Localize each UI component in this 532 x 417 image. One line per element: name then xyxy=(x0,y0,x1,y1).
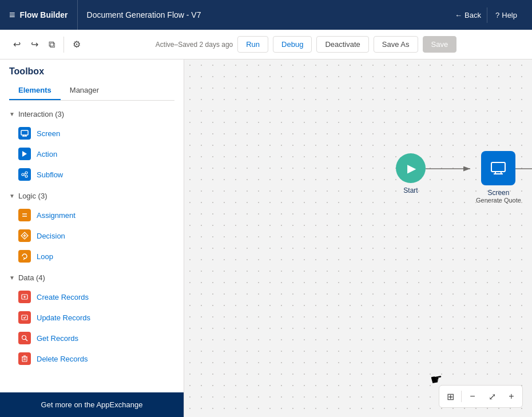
toolbar: ↩ ↪ ⧉ ⚙ Active–Saved 2 days ago Run Debu… xyxy=(0,30,532,59)
category-data-label: Data (4) xyxy=(18,273,45,282)
sidebar-item-update-records[interactable]: Update Records xyxy=(0,307,184,328)
tab-elements[interactable]: Elements xyxy=(9,81,61,100)
canvas-toolbar: ⊞ − ⤢ + xyxy=(439,385,523,408)
assignment-label: Assignment xyxy=(37,211,76,220)
update-records-label: Update Records xyxy=(37,313,90,322)
svg-rect-0 xyxy=(21,130,28,135)
svg-line-8 xyxy=(24,173,25,174)
svg-line-20 xyxy=(26,339,28,341)
screen-node-box[interactable] xyxy=(481,151,515,185)
sidebar-item-delete-records[interactable]: Delete Records xyxy=(0,348,184,369)
sidebar-content: ▼ Interaction (3) Screen Action xyxy=(0,101,184,392)
toolbar-history: ↩ ↪ ⧉ ⚙ xyxy=(9,35,85,54)
flow-builder-label: Flow Builder xyxy=(20,10,68,19)
chevron-logic-icon: ▼ xyxy=(9,193,15,199)
toolbox-title: Toolbox xyxy=(9,66,174,81)
create-records-icon xyxy=(18,291,31,303)
sidebar-item-subflow[interactable]: Subflow xyxy=(0,164,184,185)
category-interaction[interactable]: ▼ Interaction (3) xyxy=(0,105,184,123)
screen-node-label: Screen xyxy=(487,189,509,197)
svg-point-7 xyxy=(25,175,27,177)
redo-button[interactable]: ↪ xyxy=(27,35,42,54)
get-records-label: Get Records xyxy=(37,334,78,343)
top-navigation: ≡ Flow Builder Document Generation Flow … xyxy=(0,0,532,30)
logic-items: Assignment Decision Loop xyxy=(0,205,184,269)
help-button[interactable]: ? Help xyxy=(490,7,523,23)
delete-records-label: Delete Records xyxy=(37,355,88,363)
save-button[interactable]: Save xyxy=(423,36,457,53)
back-arrow-icon: ← xyxy=(455,11,462,19)
interaction-items: Screen Action Subflow xyxy=(0,123,184,187)
appexchange-banner[interactable]: Get more on the AppExchange xyxy=(0,392,184,417)
zoom-in-button[interactable]: + xyxy=(503,388,520,405)
run-button[interactable]: Run xyxy=(237,36,268,53)
action-icon xyxy=(18,148,31,160)
save-as-button[interactable]: Save As xyxy=(374,36,418,53)
sidebar-item-loop[interactable]: Loop xyxy=(0,246,184,267)
save-status: Active–Saved 2 days ago xyxy=(156,41,233,49)
sidebar-item-get-records[interactable]: Get Records xyxy=(0,328,184,348)
start-node-circle[interactable] xyxy=(396,153,426,183)
back-button[interactable]: ← Back xyxy=(449,7,487,23)
loop-label: Loop xyxy=(37,252,53,261)
zoom-out-button[interactable]: − xyxy=(464,388,481,405)
hamburger-icon[interactable]: ≡ xyxy=(9,9,15,21)
copy-button[interactable]: ⧉ xyxy=(45,35,59,54)
settings-button[interactable]: ⚙ xyxy=(69,35,85,54)
nav-brand: ≡ Flow Builder xyxy=(0,0,78,30)
update-records-icon xyxy=(18,311,31,324)
sidebar: Toolbox Elements Manager ▼ Interaction (… xyxy=(0,59,184,417)
svg-marker-4 xyxy=(22,151,27,157)
sidebar-item-decision[interactable]: Decision xyxy=(0,225,184,246)
action-label: Action xyxy=(37,150,57,158)
tab-manager[interactable]: Manager xyxy=(61,81,108,100)
start-node-label: Start xyxy=(403,186,418,194)
category-logic[interactable]: ▼ Logic (3) xyxy=(0,187,184,205)
document-title: Document Generation Flow - V7 xyxy=(87,10,201,19)
sidebar-header: Toolbox Elements Manager xyxy=(0,59,184,101)
sidebar-item-action[interactable]: Action xyxy=(0,144,184,164)
delete-records-icon xyxy=(18,352,31,365)
screen-label: Screen xyxy=(37,129,60,138)
screen-node[interactable]: Screen Generate Quote xyxy=(476,151,521,204)
category-data[interactable]: ▼ Data (4) xyxy=(0,269,184,287)
loop-icon xyxy=(18,250,31,263)
svg-rect-34 xyxy=(491,162,505,172)
decision-label: Decision xyxy=(37,232,65,240)
sidebar-item-screen[interactable]: Screen xyxy=(0,123,184,144)
create-records-label: Create Records xyxy=(37,293,89,301)
fit-icon-button[interactable]: ⊞ xyxy=(442,388,459,405)
nav-actions: ← Back ? Help xyxy=(440,7,532,23)
toolbar-status: Active–Saved 2 days ago Run Debug Deacti… xyxy=(89,36,523,53)
nav-center: Document Generation Flow - V7 xyxy=(78,10,440,19)
undo-button[interactable]: ↩ xyxy=(9,35,25,54)
category-logic-label: Logic (3) xyxy=(18,192,47,200)
category-interaction-label: Interaction (3) xyxy=(18,110,64,118)
canvas-grid xyxy=(184,59,532,417)
svg-point-19 xyxy=(22,336,26,340)
chevron-data-icon: ▼ xyxy=(9,275,15,281)
get-records-icon xyxy=(18,332,31,344)
debug-button[interactable]: Debug xyxy=(273,36,312,53)
subflow-icon xyxy=(18,168,31,181)
svg-rect-21 xyxy=(22,357,27,362)
subflow-label: Subflow xyxy=(37,170,63,179)
svg-point-6 xyxy=(25,172,27,174)
screen-icon xyxy=(18,127,31,140)
fit-view-button[interactable]: ⤢ xyxy=(483,388,501,405)
canvas-tool-sep-1 xyxy=(461,391,462,402)
decision-icon xyxy=(18,229,31,242)
main-layout: Toolbox Elements Manager ▼ Interaction (… xyxy=(0,59,532,417)
canvas[interactable]: Start Screen Generate Quote xyxy=(184,59,532,417)
deactivate-button[interactable]: Deactivate xyxy=(316,36,368,53)
start-node[interactable]: Start xyxy=(396,153,426,194)
assignment-icon xyxy=(18,209,31,221)
help-label: Help xyxy=(502,11,517,19)
help-icon: ? xyxy=(495,11,499,19)
sidebar-item-create-records[interactable]: Create Records xyxy=(0,287,184,307)
screen-node-sublabel: Generate Quote xyxy=(476,197,521,204)
sidebar-item-assignment[interactable]: Assignment xyxy=(0,205,184,225)
chevron-interaction-icon: ▼ xyxy=(9,111,15,117)
toolbar-separator xyxy=(63,37,64,53)
svg-line-9 xyxy=(24,175,25,176)
